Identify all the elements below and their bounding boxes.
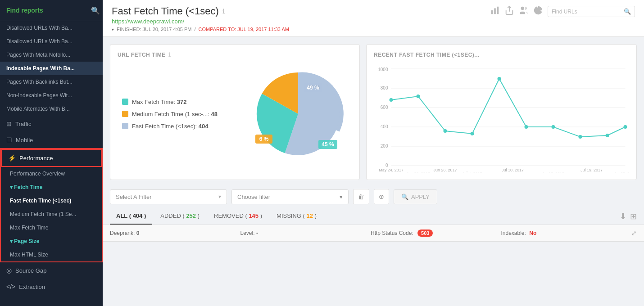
tab-added-count: 252: [186, 212, 196, 219]
tab-missing-count: 12: [307, 212, 313, 219]
x-jul10: Jul 10, 2017: [502, 168, 524, 172]
sidebar-item-disallowed-2[interactable]: Disallowed URLs With Ba...: [0, 35, 103, 48]
charts-row: URL FETCH TIME ℹ Max Fetch Time: 372: [103, 37, 644, 185]
pie-chart-icon-button[interactable]: [533, 5, 543, 18]
sidebar-item-fast-fetch[interactable]: Fast Fetch Time (<1sec): [1, 194, 102, 207]
http-status-label: Http Status Code:: [371, 230, 413, 236]
tab-removed-label: REMOVED: [214, 212, 244, 219]
dot-2: [444, 129, 447, 133]
indexable-label: Indexable:: [501, 230, 526, 236]
sidebar-item-perf-overview[interactable]: Performance Overview: [1, 167, 102, 180]
bar-chart-icon-button[interactable]: [490, 5, 500, 18]
medium-fetch-label: Medium Fetch Time (1 Se...: [10, 211, 76, 217]
sidebar: 🔍 ☰ Disallowed URLs With Ba... Disallowe…: [0, 0, 103, 306]
tab-removed[interactable]: REMOVED ( 145 ): [208, 208, 268, 225]
tab-all-label: ALL: [116, 212, 127, 219]
page-meta: ▾ FINISHED: JUL 20, 2017 4:05 PM / COMPA…: [112, 27, 289, 32]
choose-filter-dropdown[interactable]: Choose filter ▾: [231, 189, 349, 204]
compared-text: COMPARED TO: JUL 19, 2017 11:33 AM: [199, 27, 289, 32]
find-urls-search-icon: 🔍: [624, 8, 631, 15]
delete-filter-button[interactable]: 🗑: [353, 189, 369, 204]
share-icon-button[interactable]: [504, 5, 514, 18]
sidebar-search-area: 🔍 ☰: [0, 0, 103, 21]
sidebar-item-source-gap[interactable]: ◎ Source Gap: [0, 262, 103, 279]
sidebar-item-meta-nofollow[interactable]: Pages With Meta Nofollo...: [0, 48, 103, 62]
sidebar-item-mobile[interactable]: Mobile Alternates With B...: [0, 102, 103, 116]
line-chart-wrapper: 0 200 400 600 800 1000: [374, 64, 629, 172]
grid-view-button[interactable]: ⊞: [630, 212, 637, 221]
x-jun23: Jun 23, 2017: [406, 171, 430, 172]
pie-label-45-text: 45 %: [322, 141, 334, 148]
main-content: Fast Fetch Time (<1sec) ℹ https://www.de…: [103, 0, 644, 306]
svg-rect-1: [494, 8, 496, 14]
mobile-icon: ☐: [6, 136, 12, 144]
pie-chart-card: URL FETCH TIME ℹ Max Fetch Time: 372: [110, 44, 360, 180]
tab-removed-paren2: ): [260, 212, 262, 219]
find-urls-input[interactable]: [552, 9, 624, 15]
dot-1: [417, 94, 420, 98]
x-jul17: Jul 17, 2017: [542, 171, 564, 172]
level-label: Level:: [240, 230, 255, 236]
sidebar-mobile-label: Mobile: [16, 137, 33, 144]
page-url[interactable]: https://www.deepcrawl.com/: [112, 18, 289, 25]
sidebar-search-button[interactable]: 🔍: [91, 6, 100, 15]
pie-chart-title: URL FETCH TIME ℹ: [118, 52, 352, 58]
sidebar-traffic-label: Traffic: [15, 121, 31, 127]
x-may24: May 24, 2017: [379, 168, 404, 172]
line-chart-svg: 0 200 400 600 800 1000: [374, 64, 629, 172]
pie-svg: 49 % 49 % 45 % 45 % 6 %: [249, 64, 348, 163]
users-icon-button[interactable]: [519, 5, 529, 18]
max-fetch-label: Max Fetch Time: [10, 225, 48, 231]
max-html-label: Max HTML Size: [10, 252, 48, 258]
pie-content: Max Fetch Time: 372 Medium Fetch Time (1…: [118, 64, 352, 163]
sidebar-item-fetch-time[interactable]: ▾ Fetch Time: [1, 180, 102, 194]
dot-8: [606, 134, 609, 137]
find-reports-input[interactable]: [6, 7, 91, 14]
select-filter-dropdown[interactable]: Select A Filter ▾: [110, 189, 227, 204]
page-title: Fast Fetch Time (<1sec) ℹ: [112, 5, 289, 17]
tab-missing-label: MISSING: [277, 212, 301, 219]
tab-missing[interactable]: MISSING ( 12 ): [270, 208, 323, 225]
legend-fast-label: Fast Fetch Time (<1sec): 404: [132, 123, 208, 130]
expand-row-button[interactable]: ⤢: [631, 230, 637, 237]
filter-row: Select A Filter ▾ Choose filter ▾ 🗑 ⊕ 🔍 …: [103, 185, 644, 208]
sidebar-item-max-fetch[interactable]: Max Fetch Time: [1, 221, 102, 234]
level-col: Level: -: [240, 230, 371, 236]
title-info-icon[interactable]: ℹ: [222, 8, 225, 15]
main-header: Fast Fetch Time (<1sec) ℹ https://www.de…: [103, 0, 644, 37]
performance-section: ⚡ Performance Performance Overview ▾ Fet…: [0, 148, 103, 262]
finished-text: FINISHED: JUL 20, 2017 4:05 PM: [117, 27, 192, 32]
sidebar-item-non-indexable[interactable]: Non-Indexable Pages Wit...: [0, 89, 103, 102]
sidebar-item-traffic[interactable]: ⊞ Traffic: [0, 116, 103, 132]
choose-filter-chevron: ▾: [340, 194, 343, 200]
sidebar-item-medium-fetch[interactable]: Medium Fetch Time (1 Se...: [1, 207, 102, 221]
add-filter-button[interactable]: ⊕: [374, 189, 389, 204]
sidebar-item-max-html[interactable]: Max HTML Size: [1, 248, 102, 261]
apply-filter-button[interactable]: 🔍 APPLY: [394, 189, 437, 204]
sidebar-item-backlinks[interactable]: Pages With Backlinks But...: [0, 75, 103, 89]
download-button[interactable]: ⬇: [620, 212, 626, 221]
sidebar-item-mobile[interactable]: ☐ Mobile: [0, 132, 103, 148]
sidebar-links: Disallowed URLs With Ba... Disallowed UR…: [0, 21, 103, 116]
sidebar-item-extraction[interactable]: </> Extraction: [0, 279, 103, 295]
legend-fast-fetch: Fast Fetch Time (<1sec): 404: [122, 123, 218, 130]
apply-label: APPLY: [411, 194, 430, 200]
svg-rect-2: [497, 7, 499, 14]
sidebar-item-performance[interactable]: ⚡ Performance: [1, 149, 102, 167]
fast-fetch-label: Fast Fetch Time (<1sec): [10, 198, 71, 204]
sidebar-item-page-size[interactable]: ▾ Page Size: [1, 234, 102, 248]
tab-added[interactable]: ADDED ( 252 ): [154, 208, 206, 225]
deeprank-col: Deeprank: 0: [110, 230, 240, 236]
svg-rect-0: [491, 10, 493, 14]
find-urls-search: 🔍: [548, 6, 635, 17]
pie-info-icon[interactable]: ℹ: [168, 52, 171, 58]
dot-0: [390, 98, 393, 102]
page-title-text: Fast Fetch Time (<1sec): [112, 5, 219, 17]
svg-point-4: [521, 7, 524, 10]
http-status-col: Http Status Code: 503: [371, 230, 501, 236]
sidebar-item-indexable[interactable]: Indexable Pages With Ba...: [0, 62, 103, 75]
tab-all[interactable]: ALL ( 404 ): [110, 208, 152, 225]
extraction-icon: </>: [6, 283, 15, 290]
legend-medium-label: Medium Fetch Time (1 sec-...: 48: [132, 111, 218, 117]
sidebar-item-disallowed-1[interactable]: Disallowed URLs With Ba...: [0, 21, 103, 35]
